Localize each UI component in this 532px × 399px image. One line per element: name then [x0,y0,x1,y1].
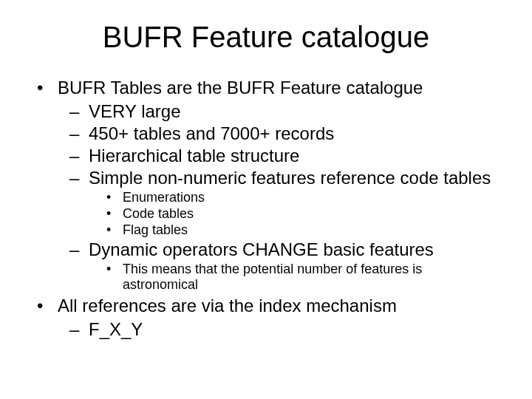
bullet-text: BUFR Tables are the BUFR Feature catalog… [58,78,495,98]
bullet-level2: – Simple non-numeric features reference … [69,168,495,188]
bullet-text: Flag tables [123,222,495,238]
bullet-dash-icon: – [69,319,89,340]
bullet-dot-icon: • [37,296,58,316]
bullet-text: Simple non-numeric features reference co… [89,168,495,188]
bullet-dot-icon: • [106,206,123,222]
bullet-text: Enumerations [123,190,495,205]
bullet-level3: • Code tables [106,206,495,222]
bullet-level2: – 450+ tables and 7000+ records [69,123,495,144]
bullet-text: This means that the potential number of … [123,262,495,293]
bullet-dash-icon: – [69,123,89,144]
bullet-level1: • BUFR Tables are the BUFR Feature catal… [37,78,495,98]
bullet-dash-icon: – [69,146,89,166]
bullet-text: Dynamic operators CHANGE basic features [89,239,495,260]
bullet-dot-icon: • [37,78,58,98]
bullet-level3: • Flag tables [106,222,495,238]
bullet-dash-icon: – [69,168,89,188]
bullet-text: VERY large [89,101,495,122]
bullet-text: All references are via the index mechani… [58,296,495,316]
bullet-level2: – Dynamic operators CHANGE basic feature… [69,239,495,260]
bullet-text: Code tables [123,206,495,222]
bullet-text: 450+ tables and 7000+ records [89,123,495,144]
bullet-level2: – Hierarchical table structure [69,146,495,166]
bullet-level2: – F_X_Y [69,319,495,340]
bullet-dash-icon: – [69,239,89,260]
bullet-text: Hierarchical table structure [89,146,495,166]
bullet-text: F_X_Y [89,319,495,340]
bullet-level1: • All references are via the index mecha… [37,296,495,316]
bullet-dash-icon: – [69,101,89,122]
bullet-level3: • Enumerations [106,190,495,205]
bullet-level3: • This means that the potential number o… [106,262,495,293]
slide-title: BUFR Feature catalogue [37,21,495,54]
bullet-dot-icon: • [106,262,123,277]
bullet-level2: – VERY large [69,101,495,122]
bullet-dot-icon: • [106,222,123,238]
bullet-dot-icon: • [106,190,123,205]
